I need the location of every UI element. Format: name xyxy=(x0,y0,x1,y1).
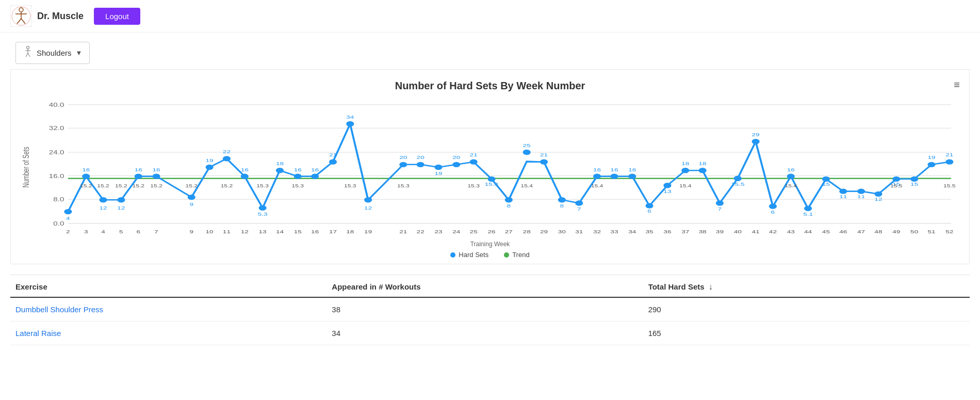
svg-text:39: 39 xyxy=(716,229,724,234)
svg-point-167 xyxy=(910,177,918,182)
svg-text:16: 16 xyxy=(610,167,618,172)
svg-text:7: 7 xyxy=(577,206,581,211)
svg-text:3: 3 xyxy=(84,229,88,234)
svg-text:43: 43 xyxy=(787,229,795,234)
svg-text:15.2: 15.2 xyxy=(150,184,162,188)
dropdown-label: Shoulders xyxy=(37,49,72,57)
table-row: Dumbbell Shoulder Press 38 290 xyxy=(10,298,970,322)
svg-text:15.4: 15.4 xyxy=(485,182,499,187)
svg-point-111 xyxy=(417,162,424,167)
table-section: Exercise Appeared in # Workouts Total Ha… xyxy=(10,275,970,345)
svg-text:15: 15 xyxy=(822,182,830,187)
svg-text:15: 15 xyxy=(294,229,302,234)
svg-text:15.5: 15.5 xyxy=(731,182,745,187)
svg-text:40: 40 xyxy=(734,229,742,234)
svg-point-133 xyxy=(610,173,618,179)
svg-point-149 xyxy=(752,139,760,144)
svg-text:21: 21 xyxy=(329,152,337,157)
svg-text:5.3: 5.3 xyxy=(258,212,268,217)
svg-text:Number of Sets: Number of Sets xyxy=(21,147,31,187)
svg-text:11: 11 xyxy=(839,194,847,199)
svg-text:15.4: 15.4 xyxy=(520,184,533,188)
svg-text:16: 16 xyxy=(153,167,160,172)
chart-title: Number of Hard Sets By Week Number xyxy=(21,75,959,95)
chart-wrapper: Number of Sets 0.0 8.0 16.0 24.0 32.0 40… xyxy=(21,95,959,239)
svg-text:29: 29 xyxy=(540,229,548,234)
svg-text:15.4: 15.4 xyxy=(785,184,797,188)
svg-point-125 xyxy=(540,159,548,164)
svg-text:34: 34 xyxy=(346,114,354,119)
svg-text:18: 18 xyxy=(681,161,689,166)
svg-text:25: 25 xyxy=(523,142,531,148)
sort-arrow[interactable]: ↓ xyxy=(709,282,713,291)
svg-text:44: 44 xyxy=(804,229,812,234)
svg-point-103 xyxy=(329,159,337,164)
svg-text:16.0: 16.0 xyxy=(49,173,64,179)
svg-point-115 xyxy=(452,162,460,167)
svg-text:4: 4 xyxy=(101,229,105,234)
svg-text:13: 13 xyxy=(259,229,267,234)
svg-point-113 xyxy=(434,165,442,170)
svg-text:15.2: 15.2 xyxy=(221,184,233,188)
svg-point-143 xyxy=(699,168,707,173)
svg-text:35: 35 xyxy=(645,229,653,234)
svg-point-75 xyxy=(64,209,72,214)
hard-sets-count-2: 165 xyxy=(648,329,965,338)
svg-text:11: 11 xyxy=(857,194,865,199)
svg-point-135 xyxy=(628,173,636,179)
svg-point-127 xyxy=(558,197,566,202)
svg-text:15.3: 15.3 xyxy=(397,184,410,188)
svg-text:22: 22 xyxy=(417,229,424,234)
svg-point-141 xyxy=(681,168,689,173)
svg-point-163 xyxy=(874,191,882,197)
svg-text:21: 21 xyxy=(470,152,478,157)
svg-text:12: 12 xyxy=(874,197,882,202)
svg-text:16: 16 xyxy=(82,167,90,172)
svg-text:5.1: 5.1 xyxy=(803,212,813,217)
svg-text:34: 34 xyxy=(628,229,636,234)
svg-text:20: 20 xyxy=(399,155,407,160)
svg-text:32.0: 32.0 xyxy=(49,125,64,132)
svg-text:6: 6 xyxy=(771,209,775,214)
svg-point-151 xyxy=(769,204,777,209)
svg-text:15.4: 15.4 xyxy=(591,184,603,188)
logout-button[interactable]: Logout xyxy=(94,8,140,25)
svg-text:25: 25 xyxy=(470,229,478,234)
col-workouts-header: Appeared in # Workouts xyxy=(332,282,648,292)
svg-text:52: 52 xyxy=(945,229,953,234)
svg-point-89 xyxy=(206,165,214,170)
svg-text:49: 49 xyxy=(892,229,900,234)
svg-text:19: 19 xyxy=(206,157,214,163)
svg-text:42: 42 xyxy=(769,229,777,234)
svg-text:45: 45 xyxy=(822,229,830,234)
svg-text:10: 10 xyxy=(206,229,214,234)
svg-text:8.0: 8.0 xyxy=(53,197,64,203)
svg-text:29: 29 xyxy=(752,132,760,137)
muscle-group-dropdown[interactable]: Shoulders ▼ xyxy=(15,42,90,64)
svg-point-165 xyxy=(892,177,900,182)
chart-menu-icon[interactable]: ≡ xyxy=(954,79,960,91)
muscle-icon xyxy=(23,46,32,60)
exercise-name-2: Lateral Raise xyxy=(15,329,332,338)
table-row: Lateral Raise 34 165 xyxy=(10,322,970,345)
workouts-count-1: 38 xyxy=(332,305,648,314)
svg-text:2: 2 xyxy=(66,229,70,234)
col-hard-sets-header: Total Hard Sets ↓ xyxy=(648,282,965,292)
svg-text:19: 19 xyxy=(364,229,372,234)
svg-text:15.3: 15.3 xyxy=(467,184,480,188)
legend-trend: Trend xyxy=(504,251,529,259)
svg-text:51: 51 xyxy=(927,229,935,234)
chevron-down-icon: ▼ xyxy=(76,49,83,57)
svg-text:21: 21 xyxy=(540,152,548,157)
svg-point-87 xyxy=(188,195,195,200)
svg-text:15.2: 15.2 xyxy=(185,184,198,188)
svg-text:15.2: 15.2 xyxy=(80,184,92,188)
svg-point-101 xyxy=(311,173,319,179)
svg-text:12: 12 xyxy=(241,229,249,234)
svg-point-145 xyxy=(716,200,724,205)
svg-text:41: 41 xyxy=(752,229,760,234)
svg-text:18: 18 xyxy=(699,161,707,166)
svg-text:15.2: 15.2 xyxy=(115,184,127,188)
svg-text:14: 14 xyxy=(276,229,284,234)
svg-text:7: 7 xyxy=(154,229,158,234)
